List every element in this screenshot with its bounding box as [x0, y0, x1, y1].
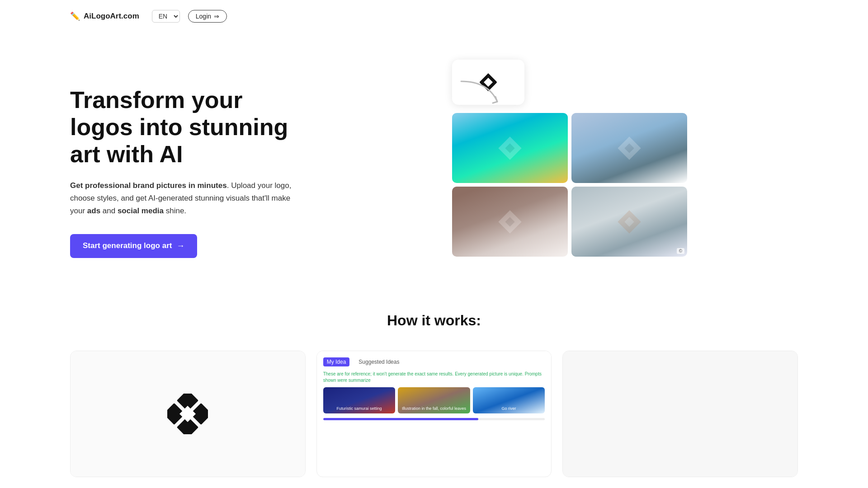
how-it-works-section: How it works:: [0, 294, 868, 477]
mini-img-forest: Illustration in the fall, colorful leave…: [398, 387, 470, 413]
hero-left: Transform your logos into stunning art w…: [70, 60, 305, 258]
hero-img-mountain: [571, 113, 687, 183]
progress-bar: [323, 418, 545, 420]
card-upload-content: [71, 351, 305, 477]
how-card-upload: [70, 351, 306, 477]
how-title: How it works:: [70, 312, 798, 329]
mountain-logo-overlay: [571, 113, 687, 183]
language-selector[interactable]: EN ES FR: [152, 10, 180, 23]
brand-logo: ✏️ AiLogoArt.com: [70, 11, 139, 21]
subtitle-text-3: and: [100, 206, 118, 215]
hero-right: ©: [341, 60, 798, 257]
mini-img-samurai: Futuristic samurai setting: [323, 387, 396, 413]
login-button[interactable]: Login ⇒: [188, 10, 227, 23]
mini-img-mtn: Go river: [473, 387, 545, 413]
login-label: Login: [196, 13, 211, 20]
pencil-icon: ✏️: [70, 11, 80, 21]
card1-diamond-logo: [167, 394, 208, 434]
wave-logo-overlay: [452, 113, 568, 183]
hero-section: Transform your logos into stunning art w…: [0, 33, 868, 294]
mini-label-forest: Illustration in the fall, colorful leave…: [401, 405, 467, 412]
gem-logo-overlay: [571, 187, 687, 257]
watermark: ©: [677, 248, 684, 254]
tab-my-idea[interactable]: My Idea: [323, 357, 350, 366]
subtitle-bold-1: Get professional brand pictures in minut…: [70, 181, 227, 190]
progress-fill: [323, 418, 478, 420]
card-image-row: Futuristic samurai setting Illustration …: [323, 387, 545, 413]
mini-label-mtn: Go river: [501, 405, 517, 412]
how-card-download: [562, 351, 798, 477]
svg-marker-16: [179, 406, 196, 422]
hero-subtitle: Get professional brand pictures in minut…: [70, 179, 305, 217]
curve-arrow: [452, 77, 506, 110]
cta-arrow-icon: →: [176, 241, 184, 251]
card-tabs: My Idea Suggested Ideas: [323, 357, 545, 366]
hero-img-cake: [452, 187, 568, 257]
navbar: ✏️ AiLogoArt.com EN ES FR Login ⇒: [0, 0, 868, 33]
tab-suggested[interactable]: Suggested Ideas: [355, 357, 403, 366]
hero-img-wave: [452, 113, 568, 183]
how-cards-container: My Idea Suggested Ideas These are for re…: [70, 351, 798, 477]
mini-label-samurai: Futuristic samurai setting: [335, 405, 382, 412]
cta-button[interactable]: Start generating logo art →: [70, 234, 197, 258]
cake-logo-overlay: [452, 187, 568, 257]
subtitle-bold-ads: ads: [87, 206, 100, 215]
brand-name: AiLogoArt.com: [84, 12, 139, 21]
subtitle-text-4: shine.: [164, 206, 186, 215]
login-arrow-icon: ⇒: [214, 13, 219, 20]
hero-img-gem: ©: [571, 187, 687, 257]
card-download-content: [563, 351, 797, 477]
hero-title: Transform your logos into stunning art w…: [70, 87, 305, 168]
hero-image-grid: ©: [452, 113, 687, 257]
card-choose-content: My Idea Suggested Ideas These are for re…: [317, 351, 552, 427]
card-hint-text: These are for reference; it won't genera…: [323, 371, 545, 384]
how-card-style: My Idea Suggested Ideas These are for re…: [316, 351, 552, 477]
subtitle-bold-social: social media: [118, 206, 164, 215]
cta-label: Start generating logo art: [83, 241, 172, 250]
